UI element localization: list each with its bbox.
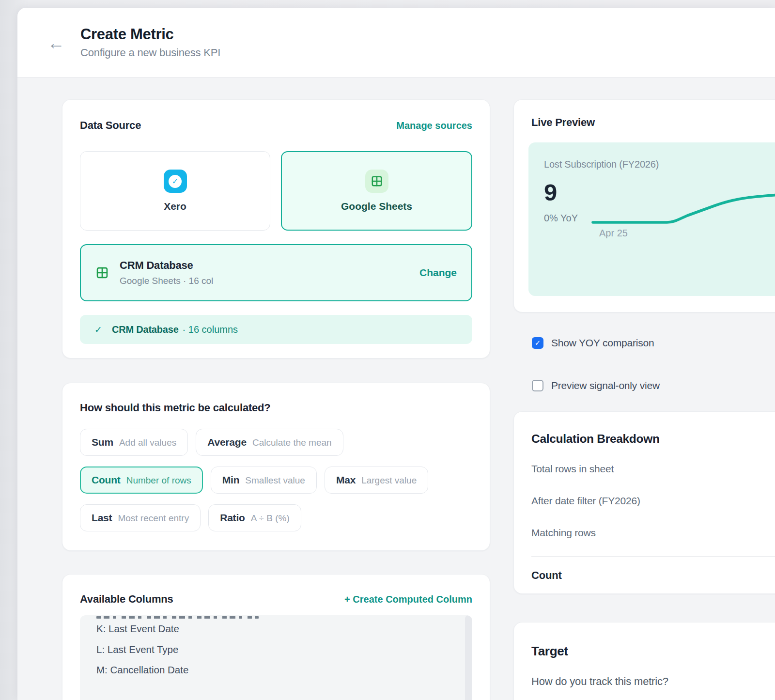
confirmation-detail: · 16 columns [183, 324, 238, 335]
create-metric-page: ← Create Metric Configure a new business… [17, 8, 775, 700]
yoy-comparison-checkbox-row[interactable]: Show YOY comparison [532, 337, 775, 349]
metric-preview-panel: Lost Subscription (FY2026) 9 0% YoY Apr … [528, 142, 775, 296]
target-title: Target [531, 644, 775, 659]
method-chip-average[interactable]: Average Calculate the mean [196, 429, 343, 456]
checkbox-checked-icon[interactable] [532, 337, 543, 349]
list-scrollbar[interactable] [465, 615, 472, 700]
data-source-title: Data Source [80, 119, 141, 132]
method-chip-count[interactable]: Count Number of rows [80, 467, 203, 494]
page-title: Create Metric [80, 26, 220, 43]
target-question: How do you track this metric? [531, 675, 775, 688]
manage-sources-link[interactable]: Manage sources [396, 120, 472, 131]
calculation-method-card: How should this metric be calculated? Su… [62, 383, 490, 551]
page-header: ← Create Metric Configure a new business… [17, 8, 775, 78]
columns-list[interactable]: K: Last Event Date L: Last Event Type M:… [80, 615, 472, 700]
create-computed-column-link[interactable]: + Create Computed Column [344, 594, 472, 605]
xero-icon [164, 170, 187, 193]
back-button[interactable]: ← [46, 32, 67, 54]
method-chip-ratio[interactable]: Ratio A ÷ B (%) [208, 504, 301, 531]
target-card: Target How do you track this metric? [513, 622, 775, 700]
selected-sheet-row[interactable]: CRM Database Google Sheets · 16 col Chan… [80, 244, 472, 301]
arrow-left-icon: ← [47, 33, 65, 53]
available-columns-card: Available Columns + Create Computed Colu… [62, 574, 490, 700]
x-axis-label: Apr 25 [599, 228, 628, 239]
column-item[interactable]: L: Last Event Type [96, 639, 456, 660]
method-chip-sum[interactable]: Sum Add all values [80, 429, 188, 456]
sheet-meta: Google Sheets · 16 col [120, 276, 213, 286]
page-subtitle: Configure a new business KPI [80, 47, 220, 59]
breakdown-row: Total rows in sheet [531, 463, 775, 475]
calculation-breakdown-card: Calculation Breakdown Total rows in shee… [513, 411, 775, 594]
source-tile-label: Xero [164, 201, 186, 212]
signal-only-checkbox-row[interactable]: Preview signal-only view [532, 379, 775, 392]
confirmation-name: CRM Database [112, 324, 179, 335]
breakdown-title: Calculation Breakdown [531, 432, 775, 446]
source-confirmation-banner: ✓ CRM Database · 16 columns [80, 315, 472, 344]
breakdown-row: After date filter (FY2026) [531, 495, 775, 507]
calculation-question: How should this metric be calculated? [80, 402, 472, 414]
checkbox-label: Preview signal-only view [551, 380, 660, 391]
plus-icon: + [344, 594, 350, 605]
divider [531, 556, 775, 557]
checkbox-label: Show YOY comparison [551, 337, 654, 349]
live-preview-card: Live Preview Lost Subscription (FY2026) … [513, 99, 775, 312]
column-item[interactable]: K: Last Event Date [96, 619, 456, 639]
clipped-list-item [96, 616, 259, 619]
sheet-name: CRM Database [120, 259, 213, 272]
table-grid-icon [365, 170, 388, 193]
breakdown-result-label: Count [531, 569, 775, 582]
checkbox-unchecked-icon[interactable] [532, 380, 543, 391]
live-preview-title: Live Preview [531, 116, 775, 129]
source-tile-google-sheets[interactable]: Google Sheets [281, 151, 472, 231]
change-sheet-link[interactable]: Change [419, 267, 457, 279]
breakdown-row: Matching rows [531, 527, 775, 539]
data-source-card: Data Source Manage sources Xero [62, 99, 490, 358]
source-tile-label: Google Sheets [341, 201, 412, 212]
method-chip-last[interactable]: Last Most recent entry [80, 504, 201, 531]
check-icon: ✓ [94, 324, 102, 335]
method-chip-min[interactable]: Min Smallest value [211, 467, 317, 494]
source-tile-xero[interactable]: Xero [80, 151, 270, 231]
table-grid-icon [95, 266, 109, 280]
available-columns-title: Available Columns [80, 593, 173, 606]
column-item[interactable]: M: Cancellation Date [96, 660, 456, 681]
method-chip-max[interactable]: Max Largest value [325, 467, 428, 494]
metric-name: Lost Subscription (FY2026) [544, 159, 775, 170]
